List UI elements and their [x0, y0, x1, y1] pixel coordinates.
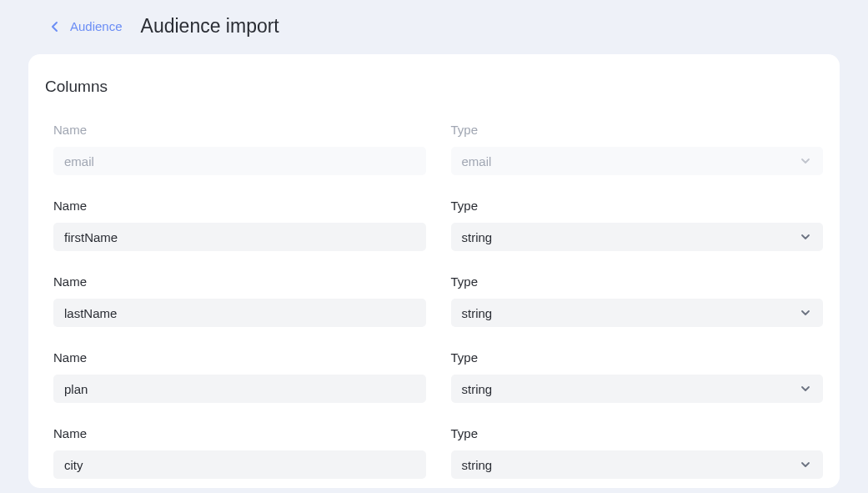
- column-name-input: [53, 147, 426, 175]
- column-type-select[interactable]: string: [451, 299, 824, 327]
- chevron-down-icon: [799, 154, 812, 168]
- column-type-select: email: [451, 147, 824, 175]
- column-type-col: Type string: [451, 350, 824, 403]
- columns-rows: Name Type email Name Type string: [45, 123, 823, 479]
- column-type-col: Type string: [451, 199, 824, 251]
- column-row: Name Type email: [53, 123, 823, 175]
- column-name-col: Name: [53, 199, 426, 251]
- column-type-select-wrap: email: [451, 147, 824, 175]
- column-name-input[interactable]: [53, 450, 426, 479]
- column-row: Name Type string: [53, 426, 823, 479]
- column-row: Name Type string: [53, 199, 823, 251]
- column-type-select-wrap: string: [451, 375, 824, 403]
- column-type-select[interactable]: string: [451, 223, 824, 251]
- column-name-input[interactable]: [53, 223, 426, 251]
- column-type-select[interactable]: string: [451, 375, 824, 403]
- name-label: Name: [53, 350, 426, 365]
- type-label: Type: [451, 426, 824, 440]
- breadcrumb-link[interactable]: Audience: [70, 19, 123, 33]
- select-value: string: [462, 306, 493, 320]
- name-label: Name: [53, 123, 426, 137]
- column-type-col: Type string: [451, 426, 824, 479]
- chevron-down-icon: [799, 382, 812, 395]
- breadcrumb[interactable]: Audience: [48, 19, 141, 33]
- column-type-col: Type email: [451, 123, 824, 175]
- name-label: Name: [53, 274, 426, 289]
- column-row: Name Type string: [53, 274, 823, 327]
- name-label: Name: [53, 199, 426, 213]
- chevron-down-icon: [799, 458, 812, 471]
- columns-card: Columns Name Type email Name Type string: [28, 54, 840, 488]
- type-label: Type: [451, 199, 824, 213]
- column-type-select-wrap: string: [451, 223, 824, 251]
- select-value: string: [462, 458, 493, 472]
- section-title: Columns: [45, 78, 823, 96]
- column-row: Name Type string: [53, 350, 823, 403]
- type-label: Type: [451, 123, 824, 137]
- column-name-input[interactable]: [53, 299, 426, 327]
- name-label: Name: [53, 426, 426, 440]
- chevron-left-icon: [48, 20, 62, 33]
- column-name-col: Name: [53, 274, 426, 327]
- column-name-col: Name: [53, 426, 426, 479]
- select-value: email: [462, 154, 492, 169]
- column-type-select-wrap: string: [451, 299, 824, 327]
- column-type-col: Type string: [451, 274, 824, 327]
- page-title: Audience import: [141, 15, 279, 38]
- chevron-down-icon: [799, 230, 812, 244]
- chevron-down-icon: [799, 306, 812, 319]
- column-name-input[interactable]: [53, 375, 426, 403]
- column-type-select[interactable]: string: [451, 450, 824, 479]
- column-type-select-wrap: string: [451, 450, 824, 479]
- type-label: Type: [451, 350, 824, 365]
- select-value: string: [462, 230, 493, 244]
- page-header: Audience Audience import: [0, 0, 868, 48]
- column-name-col: Name: [53, 123, 426, 175]
- type-label: Type: [451, 274, 824, 289]
- select-value: string: [462, 382, 493, 396]
- column-name-col: Name: [53, 350, 426, 403]
